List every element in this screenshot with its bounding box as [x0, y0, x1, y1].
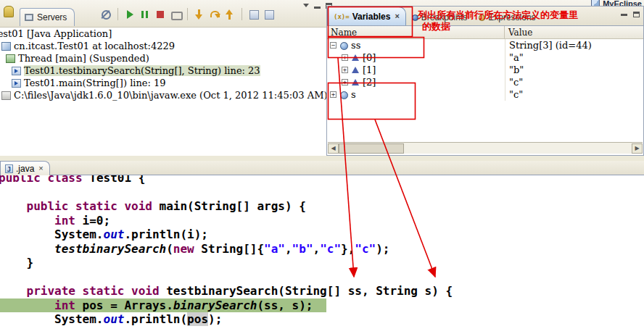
- editor-tab-label: .java: [16, 164, 34, 174]
- code-line[interactable]: public class Test01 {: [0, 175, 145, 185]
- tab-servers[interactable]: Servers: [20, 8, 75, 26]
- tab-breakpoints[interactable]: Breakpoints: [406, 9, 473, 25]
- skip-all-breakpoints-icon[interactable]: [100, 9, 112, 20]
- server-icon: [25, 14, 33, 21]
- resume-icon[interactable]: [124, 9, 136, 20]
- debug-tree-item[interactable]: Test01.testbinarySearch(String[], String…: [0, 64, 326, 77]
- variables-table: −ssString[3] (id=44)+[0]"a"+[1]"b"+[2]"c…: [327, 39, 643, 101]
- disconnect-icon[interactable]: [170, 9, 181, 20]
- variable-name-cell: +s: [327, 89, 505, 100]
- debug-tree-label: Test01.testbinarySearch(String[], String…: [24, 65, 260, 76]
- variables-table-header: Name Value: [327, 26, 643, 39]
- variable-name-cell: +[0]: [327, 52, 505, 63]
- debug-tree-item[interactable]: Test01 [Java Application]: [0, 28, 326, 40]
- variable-row[interactable]: +s"c": [327, 88, 643, 101]
- panel-buttons: [621, 12, 640, 17]
- variable-value: "c": [505, 76, 643, 88]
- tab-breakpoints-label: Breakpoints: [421, 12, 467, 22]
- code-line[interactable]: int pos = Arrays.binarySearch(ss, s);: [0, 298, 326, 313]
- variable-row[interactable]: +[0]"a": [327, 51, 643, 64]
- view-menu-icon[interactable]: [303, 4, 309, 7]
- variable-name-cell: +[1]: [327, 64, 505, 75]
- minimize-icon[interactable]: [621, 14, 627, 16]
- expand-icon[interactable]: +: [330, 91, 337, 98]
- use-step-filters-icon[interactable]: [263, 9, 275, 20]
- expand-icon[interactable]: +: [342, 67, 348, 73]
- column-header-name[interactable]: Name: [327, 26, 505, 38]
- variable-name: ss: [351, 40, 360, 51]
- maximize-icon[interactable]: [633, 12, 640, 17]
- toolbar-separator: [242, 8, 242, 20]
- variable-name: [0]: [363, 52, 376, 63]
- horizontal-scrollbar[interactable]: ◀ ▶: [328, 142, 643, 154]
- column-header-value[interactable]: Value: [505, 26, 643, 38]
- code-line[interactable]: private static void testbinarySearch(Str…: [0, 284, 453, 298]
- close-icon[interactable]: ×: [395, 12, 399, 20]
- workspace-icon[interactable]: [4, 6, 14, 17]
- editor-tab-bar: J .java ×: [0, 161, 644, 175]
- tab-java-editor[interactable]: J .java ×: [0, 161, 50, 175]
- code-line[interactable]: public static void main(String[] args) {: [0, 199, 306, 214]
- tab-variables-label: Variables: [352, 12, 391, 22]
- debug-tree: Test01 [Java Application]cn.itcast.Test0…: [0, 28, 326, 101]
- tab-expressions-label: Expressions: [488, 12, 535, 22]
- code-line[interactable]: int i=0;: [0, 214, 110, 228]
- code-line[interactable]: System.out.println(i);: [0, 227, 208, 242]
- debug-tree-item[interactable]: Test01.main(String[]) line: 19: [0, 77, 326, 89]
- code-line[interactable]: testbinarySearch(new String[]{"a","b","c…: [0, 242, 390, 256]
- tab-variables[interactable]: (x)= Variables ×: [327, 7, 406, 25]
- debug-tree-item[interactable]: cn.itcast.Test01 at localhost:4229: [0, 40, 326, 52]
- code-area[interactable]: public class Test01 { public static void…: [0, 175, 453, 327]
- thread-icon: [6, 54, 15, 63]
- view-tab-bar: (x)= Variables × Breakpoints Expressions: [327, 7, 643, 26]
- code-editor[interactable]: public class Test01 { public static void…: [0, 175, 644, 334]
- variables-view: (x)= Variables × Breakpoints Expressions…: [326, 6, 644, 156]
- scroll-left-icon[interactable]: ◀: [328, 143, 339, 154]
- terminate-icon[interactable]: [154, 9, 166, 20]
- variable-row[interactable]: +[1]"b": [327, 64, 643, 76]
- tab-expressions[interactable]: Expressions: [473, 9, 541, 25]
- jvm-icon: [1, 42, 11, 51]
- variable-icon: [339, 91, 348, 99]
- code-line[interactable]: System.out.println(pos);: [0, 312, 222, 327]
- collapse-icon[interactable]: −: [330, 42, 337, 49]
- step-over-icon[interactable]: [209, 9, 220, 20]
- variable-value: "b": [505, 64, 643, 76]
- scrollbar-thumb[interactable]: [339, 143, 404, 154]
- array-element-icon: [351, 54, 360, 62]
- minimize-icon[interactable]: [314, 7, 321, 9]
- array-element-icon: [351, 66, 360, 75]
- variable-value: "a": [505, 51, 643, 64]
- scroll-right-icon[interactable]: ▶: [632, 143, 643, 154]
- variable-row[interactable]: +[2]"c": [327, 76, 643, 88]
- toolbar-separator: [187, 8, 188, 20]
- suspend-icon[interactable]: [139, 9, 151, 20]
- panel-sash[interactable]: [0, 156, 644, 161]
- debug-tree-label: Thread [main] (Suspended): [18, 53, 149, 64]
- debug-tree-item[interactable]: C:\files\Java\jdk1.6.0_10\bin\javaw.exe …: [0, 89, 326, 101]
- step-return-icon[interactable]: [224, 9, 236, 20]
- breakpoints-icon: [412, 14, 418, 21]
- expand-icon[interactable]: +: [342, 54, 348, 61]
- process-icon: [1, 91, 11, 100]
- variables-icon: (x)=: [334, 13, 350, 20]
- java-file-icon: J: [5, 164, 13, 173]
- variable-row[interactable]: −ssString[3] (id=44): [327, 39, 643, 51]
- variable-icon: [339, 41, 348, 50]
- stack-frame-icon: [12, 79, 21, 88]
- expressions-icon: [479, 14, 485, 21]
- expand-icon[interactable]: +: [342, 79, 348, 85]
- toolbar-separator: [117, 8, 118, 20]
- drop-to-frame-icon[interactable]: [248, 9, 260, 20]
- step-into-icon[interactable]: [194, 9, 205, 20]
- close-icon[interactable]: ×: [38, 164, 43, 172]
- variable-value: "c": [505, 88, 643, 101]
- variable-name: [2]: [363, 77, 376, 88]
- variable-value: String[3] (id=44): [505, 39, 643, 51]
- servers-tab-label: Servers: [37, 12, 67, 22]
- code-line[interactable]: }: [0, 256, 33, 270]
- variable-name-cell: +[2]: [327, 77, 505, 88]
- debug-tree-item[interactable]: Thread [main] (Suspended): [0, 52, 326, 64]
- variable-name: s: [351, 89, 356, 100]
- debug-view: Test01 [Java Application]cn.itcast.Test0…: [0, 28, 326, 156]
